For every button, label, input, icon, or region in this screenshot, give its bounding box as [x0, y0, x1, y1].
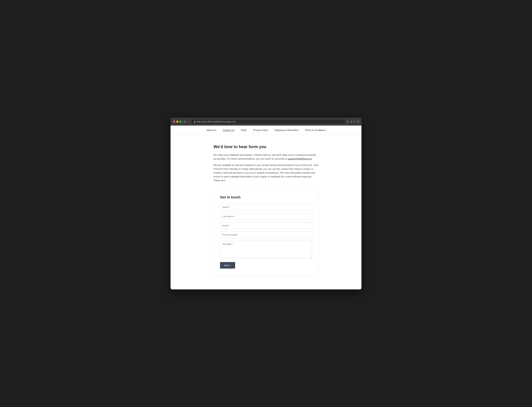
browser-window: ⊞ ‹ › 🔒 elite-fitness-f6b7c0ead930.herok… — [171, 118, 361, 290]
address-bar[interactable]: 🔒 elite-fitness-f6b7c0ead930.herokuapp.c… — [192, 120, 345, 124]
nav-shipping[interactable]: Shipping & Information — [274, 129, 298, 131]
page-title: We'd love to hear form you — [213, 144, 319, 149]
sidebar-toggle-icon[interactable]: ⊞ — [183, 120, 186, 123]
browser-actions: ↻ ⬆ + ⧉ — [347, 120, 359, 123]
traffic-light-yellow[interactable] — [176, 121, 178, 123]
phone-input[interactable] — [220, 232, 312, 238]
email-field-group — [220, 222, 312, 229]
traffic-light-green[interactable] — [180, 121, 181, 123]
chevron-right-icon: › — [231, 264, 231, 266]
name-input[interactable] — [220, 204, 312, 211]
browser-controls: ⊞ ‹ › — [183, 120, 190, 123]
send-button[interactable]: Send › — [220, 262, 235, 269]
name-field-group — [220, 204, 312, 211]
lock-icon: 🔒 — [194, 121, 196, 123]
email-link[interactable]: support@elitefitness.ie — [288, 157, 312, 160]
last-name-input[interactable] — [220, 213, 312, 220]
message-input[interactable] — [220, 241, 312, 258]
intro-paragraph-2: We are available to read and respond to … — [213, 163, 319, 182]
browser-chrome: ⊞ ‹ › 🔒 elite-fitness-f6b7c0ead930.herok… — [171, 118, 361, 125]
message-field-group — [220, 241, 312, 259]
url-text: elite-fitness-f6b7c0ead930.herokuapp.com — [197, 120, 236, 123]
intro-text-period: . — [313, 157, 313, 160]
nav-privacy-policy[interactable]: Privacy Policy — [253, 129, 268, 131]
send-label: Send — [224, 264, 229, 267]
traffic-lights — [173, 121, 181, 123]
site-nav: About Us Contact Us FAQs Privacy Policy … — [171, 125, 361, 135]
last-name-field-group — [220, 213, 312, 220]
reload-button[interactable]: ↻ — [347, 120, 349, 123]
nav-terms[interactable]: Terms & Conditions — [305, 129, 326, 131]
intro-paragraph-1: We value your feedback and queries. Conn… — [213, 153, 319, 161]
form-title: Get in touch — [220, 195, 312, 199]
phone-field-group — [220, 232, 312, 238]
form-card: Get in touch Send › — [213, 189, 319, 277]
nav-contact-us[interactable]: Contact Us — [223, 129, 234, 131]
share-button[interactable]: ⬆ — [351, 120, 352, 123]
new-tab-button[interactable]: + — [354, 120, 356, 123]
forward-button[interactable]: › — [189, 120, 190, 123]
traffic-light-red[interactable] — [173, 121, 175, 123]
browser-body: About Us Contact Us FAQs Privacy Policy … — [171, 125, 361, 290]
back-button[interactable]: ‹ — [187, 120, 188, 123]
nav-faqs[interactable]: FAQs — [241, 129, 247, 131]
nav-about-us[interactable]: About Us — [206, 129, 216, 131]
tabs-button[interactable]: ⧉ — [357, 120, 359, 123]
main-content: We'd love to hear form you We value your… — [210, 135, 322, 290]
email-input[interactable] — [220, 222, 312, 229]
